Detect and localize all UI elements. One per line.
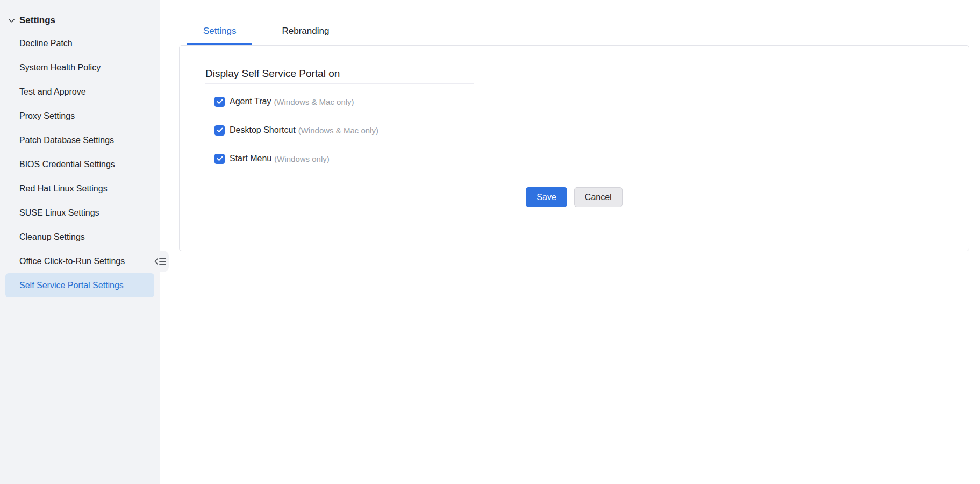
sidebar-header-settings[interactable]: Settings: [0, 0, 160, 28]
sidebar-item-label: SUSE Linux Settings: [19, 208, 99, 218]
sidebar-item-label: System Health Policy: [19, 63, 101, 73]
sidebar-item-label: Cleanup Settings: [19, 232, 85, 242]
sidebar-item-proxy-settings[interactable]: Proxy Settings: [5, 104, 154, 128]
self-service-portal-settings-panel: Display Self Service Portal on Agent Tra…: [179, 45, 969, 251]
sidebar-item-cleanup-settings[interactable]: Cleanup Settings: [5, 225, 154, 249]
sidebar-item-label: Proxy Settings: [19, 111, 75, 121]
sidebar-item-system-health-policy[interactable]: System Health Policy: [5, 55, 154, 80]
sidebar-item-label: Self Service Portal Settings: [19, 281, 124, 290]
agent-tray-label: Agent Tray: [230, 97, 271, 106]
cancel-button[interactable]: Cancel: [574, 187, 623, 207]
sidebar-item-red-hat-linux-settings[interactable]: Red Hat Linux Settings: [5, 176, 154, 201]
desktop-shortcut-note: (Windows & Mac only): [298, 126, 378, 135]
action-buttons: Save Cancel: [180, 187, 969, 207]
desktop-shortcut-label: Desktop Shortcut: [230, 125, 296, 135]
collapse-sidebar-button[interactable]: [152, 251, 169, 272]
tab-bar: Settings Rebranding: [160, 0, 980, 45]
sidebar-nav: Decline Patch System Health Policy Test …: [0, 31, 160, 297]
sidebar-item-label: Patch Database Settings: [19, 136, 114, 145]
sidebar-item-label: Office Click-to-Run Settings: [19, 257, 125, 266]
sidebar-item-suse-linux-settings[interactable]: SUSE Linux Settings: [5, 201, 154, 225]
sidebar-header-label: Settings: [19, 15, 55, 26]
start-menu-label: Start Menu: [230, 154, 271, 163]
sidebar-item-label: Decline Patch: [19, 39, 73, 48]
chevron-down-icon: [8, 17, 15, 24]
sidebar-item-patch-database-settings[interactable]: Patch Database Settings: [5, 128, 154, 152]
desktop-shortcut-option[interactable]: Desktop Shortcut (Windows & Mac only): [214, 125, 378, 136]
agent-tray-checkbox[interactable]: [214, 97, 225, 107]
sidebar-item-test-and-approve[interactable]: Test and Approve: [5, 80, 154, 104]
check-icon: [217, 127, 223, 133]
sidebar-item-decline-patch[interactable]: Decline Patch: [5, 31, 154, 55]
check-icon: [217, 156, 223, 161]
main-content: Settings Rebranding Display Self Service…: [160, 0, 980, 484]
display-options-list: Agent Tray (Windows & Mac only) Desktop …: [214, 96, 969, 164]
start-menu-checkbox[interactable]: [214, 154, 225, 164]
start-menu-note: (Windows only): [274, 154, 330, 163]
collapse-sidebar-icon: [154, 257, 166, 266]
panel-heading: Display Self Service Portal on: [205, 67, 474, 84]
sidebar-item-bios-credential-settings[interactable]: BIOS Credential Settings: [5, 152, 154, 176]
check-icon: [217, 99, 223, 104]
tab-settings[interactable]: Settings: [187, 26, 252, 45]
desktop-shortcut-checkbox[interactable]: [214, 125, 225, 136]
sidebar-item-label: Test and Approve: [19, 87, 86, 97]
settings-sidebar: Settings Decline Patch System Health Pol…: [0, 0, 160, 484]
sidebar-item-self-service-portal-settings[interactable]: Self Service Portal Settings: [5, 273, 154, 297]
sidebar-item-office-click-to-run-settings[interactable]: Office Click-to-Run Settings: [5, 249, 154, 273]
save-button[interactable]: Save: [526, 187, 567, 207]
start-menu-option[interactable]: Start Menu (Windows only): [214, 153, 330, 164]
agent-tray-note: (Windows & Mac only): [274, 97, 354, 106]
tab-rebranding[interactable]: Rebranding: [266, 26, 345, 45]
sidebar-item-label: Red Hat Linux Settings: [19, 184, 108, 194]
agent-tray-option[interactable]: Agent Tray (Windows & Mac only): [214, 96, 354, 107]
sidebar-item-label: BIOS Credential Settings: [19, 160, 115, 169]
